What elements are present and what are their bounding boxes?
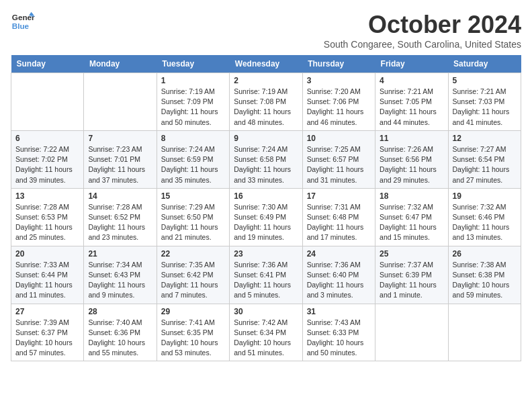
day-info: Sunrise: 7:29 AMSunset: 6:50 PMDaylight:… (161, 202, 225, 243)
day-number: 17 (307, 191, 371, 201)
calendar-cell: 11 Sunrise: 7:26 AMSunset: 6:56 PMDaylig… (375, 130, 448, 188)
day-number: 29 (161, 307, 225, 316)
logo-icon: General Blue (11, 11, 35, 35)
calendar-cell: 23 Sunrise: 7:36 AMSunset: 6:41 PMDaylig… (230, 246, 302, 304)
day-info: Sunrise: 7:42 AMSunset: 6:34 PMDaylight:… (234, 318, 298, 359)
day-number: 27 (15, 307, 79, 316)
day-number: 15 (161, 191, 225, 201)
day-info: Sunrise: 7:19 AMSunset: 7:08 PMDaylight:… (234, 87, 298, 128)
day-info: Sunrise: 7:19 AMSunset: 7:09 PMDaylight:… (161, 87, 225, 128)
weekday-header-row: SundayMondayTuesdayWednesdayThursdayFrid… (11, 55, 521, 73)
day-number: 30 (234, 307, 298, 316)
calendar-cell: 30 Sunrise: 7:42 AMSunset: 6:34 PMDaylig… (230, 304, 302, 361)
day-info: Sunrise: 7:23 AMSunset: 7:01 PMDaylight:… (88, 144, 152, 185)
day-number: 16 (234, 191, 298, 201)
day-info: Sunrise: 7:26 AMSunset: 6:56 PMDaylight:… (380, 144, 443, 185)
day-info: Sunrise: 7:36 AMSunset: 6:40 PMDaylight:… (307, 260, 371, 301)
calendar-cell: 27 Sunrise: 7:39 AMSunset: 6:37 PMDaylig… (11, 304, 84, 361)
calendar-week-5: 27 Sunrise: 7:39 AMSunset: 6:37 PMDaylig… (11, 304, 521, 361)
calendar-cell: 21 Sunrise: 7:34 AMSunset: 6:43 PMDaylig… (84, 246, 157, 304)
day-number: 8 (161, 134, 225, 143)
calendar-cell: 19 Sunrise: 7:32 AMSunset: 6:46 PMDaylig… (448, 188, 521, 246)
day-number: 20 (15, 249, 79, 259)
day-number: 3 (307, 76, 371, 85)
calendar-cell: 4 Sunrise: 7:21 AMSunset: 7:05 PMDayligh… (375, 73, 448, 131)
calendar-cell (11, 73, 84, 131)
calendar-week-3: 13 Sunrise: 7:28 AMSunset: 6:53 PMDaylig… (11, 188, 521, 246)
calendar-table: SundayMondayTuesdayWednesdayThursdayFrid… (11, 55, 521, 361)
svg-text:Blue: Blue (12, 21, 30, 30)
calendar-cell: 10 Sunrise: 7:25 AMSunset: 6:57 PMDaylig… (302, 130, 375, 188)
logo: General Blue (11, 11, 35, 35)
calendar-cell: 31 Sunrise: 7:43 AMSunset: 6:33 PMDaylig… (302, 304, 375, 361)
calendar-cell: 26 Sunrise: 7:38 AMSunset: 6:38 PMDaylig… (448, 246, 521, 304)
day-number: 23 (234, 249, 298, 259)
calendar-cell: 24 Sunrise: 7:36 AMSunset: 6:40 PMDaylig… (302, 246, 375, 304)
weekday-header-thursday: Thursday (302, 55, 375, 73)
day-info: Sunrise: 7:27 AMSunset: 6:54 PMDaylight:… (453, 144, 517, 185)
day-info: Sunrise: 7:31 AMSunset: 6:48 PMDaylight:… (307, 202, 371, 243)
calendar-week-4: 20 Sunrise: 7:33 AMSunset: 6:44 PMDaylig… (11, 246, 521, 304)
day-number: 21 (88, 249, 152, 259)
weekday-header-monday: Monday (84, 55, 157, 73)
day-info: Sunrise: 7:25 AMSunset: 6:57 PMDaylight:… (307, 144, 371, 185)
day-info: Sunrise: 7:41 AMSunset: 6:35 PMDaylight:… (161, 318, 225, 359)
calendar-cell (84, 73, 157, 131)
calendar-cell: 12 Sunrise: 7:27 AMSunset: 6:54 PMDaylig… (448, 130, 521, 188)
day-number: 4 (380, 76, 443, 85)
day-info: Sunrise: 7:21 AMSunset: 7:03 PMDaylight:… (453, 87, 517, 128)
day-info: Sunrise: 7:43 AMSunset: 6:33 PMDaylight:… (307, 318, 371, 359)
calendar-cell: 16 Sunrise: 7:30 AMSunset: 6:49 PMDaylig… (230, 188, 302, 246)
day-number: 10 (307, 134, 371, 143)
calendar-cell: 7 Sunrise: 7:23 AMSunset: 7:01 PMDayligh… (84, 130, 157, 188)
calendar-cell: 25 Sunrise: 7:37 AMSunset: 6:39 PMDaylig… (375, 246, 448, 304)
calendar-cell: 29 Sunrise: 7:41 AMSunset: 6:35 PMDaylig… (157, 304, 229, 361)
day-info: Sunrise: 7:34 AMSunset: 6:43 PMDaylight:… (88, 260, 152, 301)
day-info: Sunrise: 7:24 AMSunset: 6:59 PMDaylight:… (161, 144, 225, 185)
page-header: General Blue October 2024 South Congaree… (11, 11, 521, 50)
day-number: 11 (380, 134, 443, 143)
month-title: October 2024 (324, 11, 521, 39)
day-number: 12 (453, 134, 517, 143)
calendar-cell: 14 Sunrise: 7:28 AMSunset: 6:52 PMDaylig… (84, 188, 157, 246)
day-info: Sunrise: 7:38 AMSunset: 6:38 PMDaylight:… (453, 260, 517, 301)
day-info: Sunrise: 7:32 AMSunset: 6:47 PMDaylight:… (380, 202, 443, 243)
day-number: 1 (161, 76, 225, 85)
calendar-week-1: 1 Sunrise: 7:19 AMSunset: 7:09 PMDayligh… (11, 73, 521, 131)
day-info: Sunrise: 7:30 AMSunset: 6:49 PMDaylight:… (234, 202, 298, 243)
weekday-header-tuesday: Tuesday (157, 55, 229, 73)
calendar-cell: 15 Sunrise: 7:29 AMSunset: 6:50 PMDaylig… (157, 188, 229, 246)
day-info: Sunrise: 7:35 AMSunset: 6:42 PMDaylight:… (161, 260, 225, 301)
day-info: Sunrise: 7:40 AMSunset: 6:36 PMDaylight:… (88, 318, 152, 359)
calendar-cell: 6 Sunrise: 7:22 AMSunset: 7:02 PMDayligh… (11, 130, 84, 188)
weekday-header-saturday: Saturday (448, 55, 521, 73)
day-info: Sunrise: 7:32 AMSunset: 6:46 PMDaylight:… (453, 202, 517, 243)
day-info: Sunrise: 7:21 AMSunset: 7:05 PMDaylight:… (380, 87, 443, 128)
calendar-cell: 8 Sunrise: 7:24 AMSunset: 6:59 PMDayligh… (157, 130, 229, 188)
calendar-cell (448, 304, 521, 361)
title-block: October 2024 South Congaree, South Carol… (324, 11, 521, 50)
day-number: 6 (15, 134, 79, 143)
calendar-cell: 20 Sunrise: 7:33 AMSunset: 6:44 PMDaylig… (11, 246, 84, 304)
calendar-cell: 3 Sunrise: 7:20 AMSunset: 7:06 PMDayligh… (302, 73, 375, 131)
day-info: Sunrise: 7:22 AMSunset: 7:02 PMDaylight:… (15, 144, 79, 185)
weekday-header-friday: Friday (375, 55, 448, 73)
day-number: 28 (88, 307, 152, 316)
location: South Congaree, South Carolina, United S… (324, 39, 521, 50)
calendar-cell: 5 Sunrise: 7:21 AMSunset: 7:03 PMDayligh… (448, 73, 521, 131)
weekday-header-wednesday: Wednesday (230, 55, 302, 73)
day-number: 26 (453, 249, 517, 259)
day-info: Sunrise: 7:36 AMSunset: 6:41 PMDaylight:… (234, 260, 298, 301)
day-info: Sunrise: 7:37 AMSunset: 6:39 PMDaylight:… (380, 260, 443, 301)
calendar-cell: 13 Sunrise: 7:28 AMSunset: 6:53 PMDaylig… (11, 188, 84, 246)
day-number: 5 (453, 76, 517, 85)
day-number: 2 (234, 76, 298, 85)
day-number: 7 (88, 134, 152, 143)
day-number: 13 (15, 191, 79, 201)
day-number: 14 (88, 191, 152, 201)
day-number: 9 (234, 134, 298, 143)
weekday-header-sunday: Sunday (11, 55, 84, 73)
day-info: Sunrise: 7:33 AMSunset: 6:44 PMDaylight:… (15, 260, 79, 301)
day-info: Sunrise: 7:28 AMSunset: 6:52 PMDaylight:… (88, 202, 152, 243)
calendar-cell (375, 304, 448, 361)
